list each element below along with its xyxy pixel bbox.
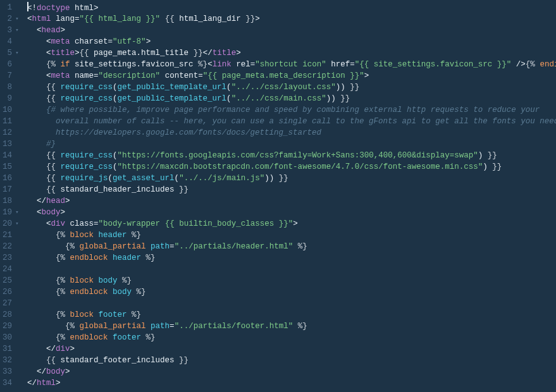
code-line[interactable]: {% global_partial path="../partials/foot… bbox=[27, 321, 556, 332]
line-number[interactable]: 4 bbox=[3, 36, 20, 47]
line-number[interactable]: 11 bbox=[3, 116, 20, 127]
code-line[interactable]: {{ standard_footer_includes }} bbox=[27, 355, 556, 366]
line-number[interactable]: 25 bbox=[3, 275, 20, 286]
code-token: "body-wrapper {{ builtin_body_classes }}… bbox=[99, 219, 293, 228]
code-line[interactable]: overall number of calls -- here, you can… bbox=[27, 116, 556, 127]
code-token bbox=[51, 15, 56, 23]
code-line[interactable]: <!doctype html> bbox=[27, 2, 556, 13]
code-token: }} bbox=[336, 94, 350, 103]
fold-toggle-icon[interactable]: ▾ bbox=[15, 218, 20, 230]
line-number-gutter[interactable]: 12▾3▾45▾678910111213141516171819▾20▾2122… bbox=[0, 0, 25, 392]
code-line[interactable]: https://developers.google.com/fonts/docs… bbox=[27, 127, 556, 138]
code-line[interactable]: <meta charset="utf-8"> bbox=[27, 36, 556, 47]
code-line[interactable]: {% endblock header %} bbox=[27, 252, 556, 264]
code-token: < bbox=[46, 37, 51, 46]
code-line[interactable]: <meta name="description" content="{{ pag… bbox=[27, 70, 556, 82]
line-number[interactable]: 3▾ bbox=[3, 25, 20, 36]
code-token: get_asset_url bbox=[113, 174, 175, 183]
code-token bbox=[511, 60, 516, 69]
code-token: }} bbox=[188, 49, 203, 58]
line-number[interactable]: 32 bbox=[3, 355, 20, 366]
code-token: }} bbox=[274, 174, 288, 183]
code-token: "{{ page_meta.meta_description }}" bbox=[203, 71, 364, 80]
code-line[interactable]: {% block footer %} bbox=[27, 309, 556, 321]
code-line[interactable]: {{ standard_header_includes }} bbox=[27, 184, 556, 195]
code-line[interactable]: {{ require_css(get_public_template_url("… bbox=[27, 93, 556, 104]
line-number[interactable]: 21 bbox=[3, 230, 20, 241]
code-line[interactable]: {{ require_css(get_public_template_url("… bbox=[27, 82, 556, 93]
fold-toggle-icon[interactable]: ▾ bbox=[15, 47, 20, 59]
code-line[interactable]: {% if site_settings.favicon_src %}<link … bbox=[27, 59, 556, 70]
line-number[interactable]: 23 bbox=[3, 252, 20, 264]
code-token: < bbox=[27, 15, 32, 23]
code-line[interactable]: {{ require_js(get_asset_url("../../js/ma… bbox=[27, 173, 556, 184]
line-number[interactable]: 27 bbox=[3, 298, 20, 309]
code-line[interactable]: <head> bbox=[27, 25, 556, 36]
code-line[interactable]: {% global_partial path="../partials/head… bbox=[27, 241, 556, 252]
code-line[interactable]: </html> bbox=[27, 377, 556, 389]
line-number[interactable]: 22 bbox=[3, 241, 20, 252]
code-token: {% bbox=[56, 310, 70, 319]
line-number[interactable]: 6 bbox=[3, 59, 20, 70]
line-number[interactable]: 1 bbox=[3, 2, 20, 13]
line-number[interactable]: 12 bbox=[3, 127, 20, 138]
line-number[interactable]: 2▾ bbox=[3, 13, 20, 25]
line-number[interactable]: 10 bbox=[3, 104, 20, 116]
code-token: = bbox=[198, 71, 203, 80]
line-number[interactable]: 17 bbox=[3, 184, 20, 195]
code-token: content bbox=[165, 71, 199, 80]
code-token: {% bbox=[56, 288, 70, 297]
fold-toggle-icon[interactable]: ▾ bbox=[15, 13, 20, 25]
code-token: body bbox=[42, 208, 61, 217]
line-number[interactable]: 14 bbox=[3, 150, 20, 161]
code-token: require_css bbox=[61, 83, 113, 92]
code-line[interactable]: </head> bbox=[27, 195, 556, 207]
line-number[interactable]: 28 bbox=[3, 309, 20, 321]
line-number[interactable]: 19▾ bbox=[3, 207, 20, 218]
fold-toggle-icon[interactable]: ▾ bbox=[15, 207, 20, 218]
line-number[interactable]: 30 bbox=[3, 332, 20, 343]
line-number[interactable]: 31 bbox=[3, 343, 20, 355]
code-token: {# where possible, improve page performa… bbox=[46, 106, 540, 114]
code-token: meta bbox=[51, 37, 70, 46]
code-area[interactable]: <!doctype html><html lang="{{ html_lang … bbox=[25, 0, 556, 392]
line-number[interactable]: 13 bbox=[3, 138, 20, 150]
fold-toggle-icon[interactable]: ▾ bbox=[15, 25, 20, 36]
code-token: "utf-8" bbox=[113, 37, 146, 46]
code-token: class bbox=[70, 219, 94, 228]
code-line[interactable]: {{ require_css("https://maxcdn.bootstrap… bbox=[27, 161, 556, 173]
code-line[interactable]: <div class="body-wrapper {{ builtin_body… bbox=[27, 218, 556, 230]
line-number[interactable]: 7 bbox=[3, 70, 20, 82]
line-number[interactable]: 24 bbox=[3, 264, 20, 275]
code-line[interactable]: {% block header %} bbox=[27, 230, 556, 241]
code-line[interactable]: {# where possible, improve page performa… bbox=[27, 104, 556, 116]
code-line[interactable]: </div> bbox=[27, 343, 556, 355]
line-number[interactable]: 34 bbox=[3, 377, 20, 389]
line-number[interactable]: 18 bbox=[3, 195, 20, 207]
line-number[interactable]: 16 bbox=[3, 173, 20, 184]
code-line[interactable] bbox=[27, 264, 556, 275]
code-line[interactable]: {% block body %} bbox=[27, 275, 556, 286]
code-token: {{ bbox=[46, 94, 61, 103]
line-number[interactable]: 29 bbox=[3, 321, 20, 332]
code-line[interactable]: <title>{{ page_meta.html_title }}</title… bbox=[27, 47, 556, 59]
code-token: {{ bbox=[46, 83, 61, 92]
line-number[interactable]: 5▾ bbox=[3, 47, 20, 59]
line-number[interactable]: 9 bbox=[3, 93, 20, 104]
code-line[interactable]: {% endblock body %} bbox=[27, 286, 556, 298]
code-token: > bbox=[293, 219, 298, 228]
code-token: global_partial bbox=[80, 322, 146, 331]
code-line[interactable] bbox=[27, 298, 556, 309]
code-line[interactable]: </body> bbox=[27, 366, 556, 377]
line-number[interactable]: 20▾ bbox=[3, 218, 20, 230]
line-number[interactable]: 8 bbox=[3, 82, 20, 93]
code-line[interactable]: #} bbox=[27, 138, 556, 150]
line-number[interactable]: 33 bbox=[3, 366, 20, 377]
code-editor[interactable]: 12▾3▾45▾678910111213141516171819▾20▾2122… bbox=[0, 0, 556, 392]
code-line[interactable]: <html lang="{{ html_lang }}" {{ html_lan… bbox=[27, 13, 556, 25]
code-line[interactable]: {{ require_css("https://fonts.googleapis… bbox=[27, 150, 556, 161]
code-line[interactable]: {% endblock footer %} bbox=[27, 332, 556, 343]
line-number[interactable]: 15 bbox=[3, 161, 20, 173]
line-number[interactable]: 26 bbox=[3, 286, 20, 298]
code-line[interactable]: <body> bbox=[27, 207, 556, 218]
